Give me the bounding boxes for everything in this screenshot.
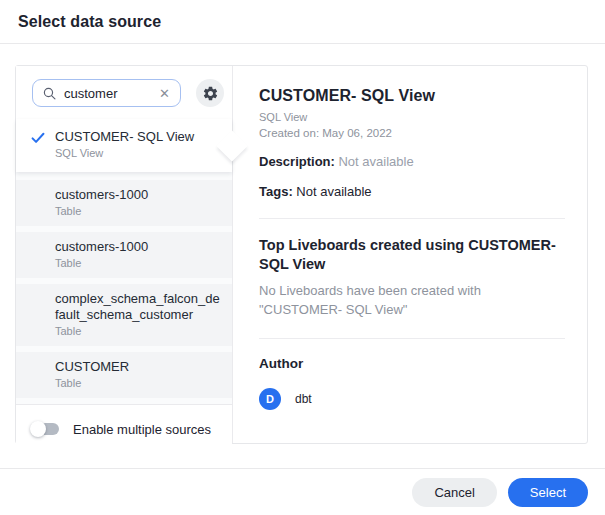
list-item-type: SQL View bbox=[55, 146, 220, 161]
list-item-title: customers-1000 bbox=[55, 239, 220, 255]
list-item-customers-1000[interactable]: customers-1000 Table bbox=[16, 180, 232, 226]
toggle-label: Enable multiple sources bbox=[73, 422, 211, 437]
source-details-column: CUSTOMER- SQL View SQL View Created on: … bbox=[233, 66, 587, 443]
selected-check-icon bbox=[31, 130, 45, 148]
liveboards-heading: Top Liveboards created using CUSTOMER- S… bbox=[259, 236, 565, 274]
gear-icon bbox=[202, 85, 219, 102]
toggle-knob bbox=[30, 421, 46, 437]
section-divider bbox=[259, 338, 565, 339]
list-item-title: CUSTOMER- SQL View bbox=[55, 129, 220, 145]
description-label: Description: bbox=[259, 154, 335, 169]
select-button[interactable]: Select bbox=[508, 478, 588, 507]
list-item-type: Table bbox=[55, 376, 220, 391]
list-item-type: Table bbox=[55, 204, 220, 219]
search-input[interactable] bbox=[64, 86, 157, 101]
description-value: Not available bbox=[338, 154, 413, 169]
description-line: Description: Not available bbox=[259, 154, 565, 169]
liveboards-empty-text: No Liveboards have been created with "CU… bbox=[259, 281, 565, 319]
header-divider bbox=[0, 43, 605, 44]
author-name: dbt bbox=[295, 392, 312, 406]
author-avatar: D bbox=[259, 388, 281, 410]
detail-created-date: Created on: May 06, 2022 bbox=[259, 127, 565, 139]
list-item-type: Table bbox=[55, 324, 220, 339]
tags-line: Tags: Not available bbox=[259, 184, 565, 199]
section-divider bbox=[259, 218, 565, 219]
select-data-source-dialog: Select data source ✕ bbox=[0, 0, 605, 515]
detail-subtitle: SQL View bbox=[259, 111, 565, 123]
cancel-button[interactable]: Cancel bbox=[412, 478, 496, 507]
search-row: ✕ bbox=[16, 66, 232, 119]
list-item-customer[interactable]: CUSTOMER Table bbox=[16, 352, 232, 398]
enable-multiple-sources-toggle[interactable] bbox=[33, 423, 59, 435]
search-icon bbox=[42, 86, 57, 101]
clear-search-icon[interactable]: ✕ bbox=[157, 85, 172, 102]
list-item-title: complex_schema_falcon_default_schema_cus… bbox=[55, 291, 220, 323]
data-source-panel: ✕ CUSTOMER- SQL View SQL View bbox=[15, 65, 588, 444]
tags-value: Not available bbox=[296, 184, 371, 199]
dialog-title: Select data source bbox=[18, 13, 587, 31]
dialog-footer: Cancel Select bbox=[0, 469, 605, 507]
dialog-header: Select data source bbox=[0, 0, 605, 43]
multiple-sources-row: Enable multiple sources bbox=[16, 404, 232, 453]
detail-title: CUSTOMER- SQL View bbox=[259, 87, 565, 105]
list-item-title: customers-1000 bbox=[55, 187, 220, 203]
search-box[interactable]: ✕ bbox=[32, 79, 181, 107]
source-list-column: ✕ CUSTOMER- SQL View SQL View bbox=[16, 66, 233, 443]
list-item-type: Table bbox=[55, 256, 220, 271]
data-source-settings-button[interactable] bbox=[196, 79, 224, 107]
list-item-customers-1000-2[interactable]: customers-1000 Table bbox=[16, 232, 232, 278]
list-item-complex-schema[interactable]: complex_schema_falcon_default_schema_cus… bbox=[16, 284, 232, 346]
tags-label: Tags: bbox=[259, 184, 293, 199]
author-heading: Author bbox=[259, 356, 565, 371]
author-row: D dbt bbox=[259, 388, 565, 410]
list-item-title: CUSTOMER bbox=[55, 359, 220, 375]
list-item-customer-sql-view[interactable]: CUSTOMER- SQL View SQL View bbox=[16, 119, 232, 172]
source-list: CUSTOMER- SQL View SQL View customers-10… bbox=[16, 119, 232, 404]
